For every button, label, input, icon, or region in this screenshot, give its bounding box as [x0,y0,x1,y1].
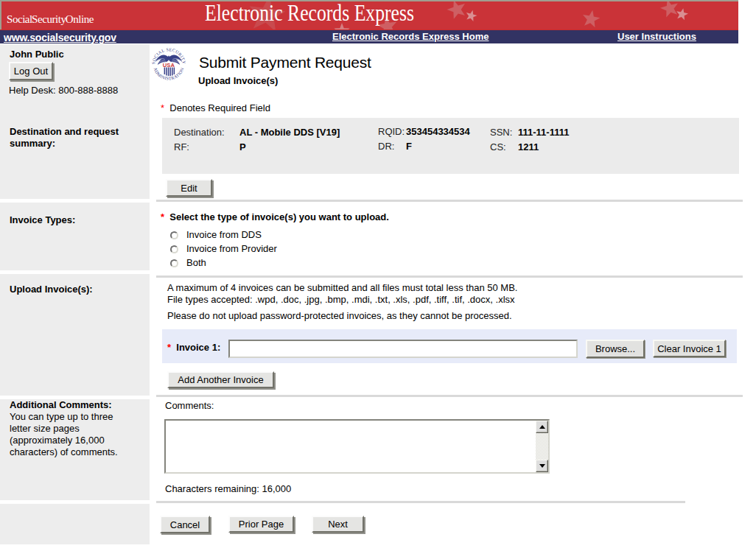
svg-text:USA: USA [163,62,175,69]
